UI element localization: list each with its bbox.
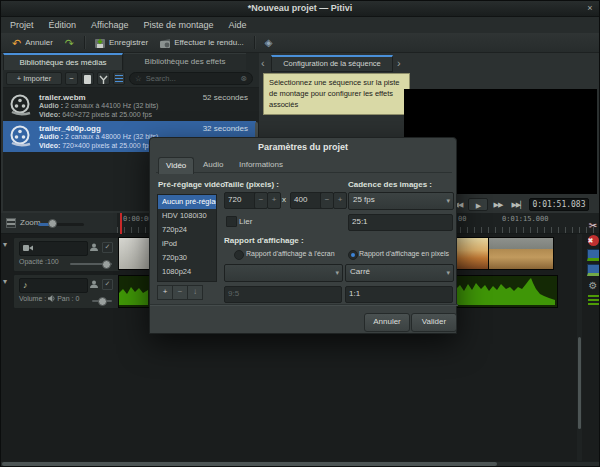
width-minus-button[interactable]: − [254, 192, 268, 209]
zoom-grid-icon [6, 218, 16, 228]
tab-media-library[interactable]: Bibliothèque des médias [3, 53, 123, 70]
align-clips-icon[interactable] [588, 295, 599, 306]
link-checkbox[interactable] [226, 216, 237, 227]
effects-tooltip: Sélectionnez une séquence sur la piste d… [263, 73, 410, 115]
redo-button[interactable]: ↷ [59, 36, 80, 50]
remove-clip-button[interactable]: − [65, 72, 78, 85]
menu-projet[interactable]: Projet [10, 20, 34, 30]
menu-edition[interactable]: Édition [49, 20, 77, 30]
preset-item[interactable]: 720p24 [158, 223, 216, 237]
preset-item[interactable]: HDV 1080i30 [158, 209, 216, 223]
prev-tab-icon[interactable]: ‹ [261, 57, 265, 69]
audio-clip[interactable] [455, 275, 558, 308]
document-icon [84, 75, 91, 84]
pitivi-window: *Nouveau projet — Pitivi × Projet Éditio… [0, 0, 600, 467]
clear-search-icon[interactable]: ⊗ [241, 74, 247, 83]
validate-button[interactable]: Valider [411, 313, 457, 332]
video-clip-thumbnail[interactable] [488, 237, 554, 270]
chevron-down-icon: ▾ [446, 265, 450, 281]
opacity-slider-thumb[interactable] [102, 260, 111, 269]
tab-audio[interactable]: Audio [196, 157, 230, 173]
video-track-expander-icon[interactable]: ▾ [3, 240, 7, 249]
ungroup-clips-icon[interactable] [587, 264, 600, 276]
preset-item[interactable]: iPod [158, 237, 216, 251]
pixel-aspect-dropdown[interactable]: Carré ▾ [345, 264, 454, 282]
framerate-ratio-field[interactable]: 25:1 [348, 214, 453, 231]
transport-controls: ◀◀ ▶ ▶▶ ▶▶▏ 0:01:51.083 [441, 196, 600, 213]
clip-audio-info: Audio : 2 canaux à 44100 Hz (32 bits) [39, 102, 158, 109]
title-bar[interactable]: *Nouveau projet — Pitivi [1, 1, 599, 17]
close-icon[interactable]: × [584, 2, 596, 14]
pixel-aspect-radio[interactable] [348, 250, 358, 260]
cancel-button[interactable]: Annuler [364, 313, 410, 332]
audio-track-name-field[interactable]: ♪ [19, 278, 88, 293]
media-row-trailer-webm[interactable]: trailer.webm 52 secondes Audio : 2 canau… [3, 90, 256, 121]
group-clips-icon[interactable] [587, 249, 600, 261]
align-settings-icon[interactable]: ⚙ [587, 279, 600, 292]
audio-track-header[interactable]: ♪ ✓ Volume : Pan : 0 [13, 274, 120, 309]
screen-aspect-dropdown[interactable]: ▾ [224, 264, 343, 282]
tab-informations[interactable]: Informations [232, 157, 290, 173]
width-field[interactable]: 720 [224, 192, 257, 209]
add-preset-button[interactable]: + [157, 285, 173, 300]
undo-button[interactable]: ↶ Annuler [6, 36, 59, 50]
height-minus-button[interactable]: − [320, 192, 334, 209]
tab-effect-library[interactable]: Bibliothèque des effets [124, 53, 246, 70]
height-plus-button[interactable]: + [333, 192, 347, 209]
main-toolbar: ↶ Annuler ↷ Enregistrer Effectuer le ren… [1, 33, 599, 53]
preset-item[interactable]: 1080p24 [158, 265, 216, 279]
render-button[interactable]: Effectuer le rendu... [154, 36, 250, 50]
screen-aspect-ratio-field[interactable]: 9:5 [224, 286, 342, 303]
fit-view-button[interactable]: ◈ [259, 35, 279, 50]
screen-aspect-radio[interactable] [234, 250, 244, 260]
tab-sequence-config[interactable]: Configuration de la séquence [271, 55, 393, 72]
delete-clip-icon[interactable]: ✖ [588, 235, 599, 246]
opacity-label: Opacité :100 [19, 258, 59, 265]
pan-slider-thumb[interactable] [98, 297, 107, 306]
pan-value: 0 [75, 295, 79, 302]
video-track-checkbox[interactable]: ✓ [102, 242, 113, 253]
playhead[interactable] [120, 213, 122, 234]
menu-affichage[interactable]: Affichage [91, 20, 128, 30]
pixel-aspect-label: Rapport d'affichage en pixels [359, 250, 449, 257]
minus-icon: − [69, 74, 73, 83]
zoom-slider-thumb[interactable] [48, 219, 57, 228]
save-preset-button[interactable]: ↓ [187, 285, 203, 300]
menu-aide[interactable]: Aide [228, 20, 246, 30]
go-to-end-button[interactable]: ▶▶▏ [509, 198, 527, 211]
width-plus-button[interactable]: + [267, 192, 281, 209]
search-input[interactable]: ☆ Search... ⊗ [129, 72, 253, 85]
menu-piste-de-montage[interactable]: Piste de montage [143, 20, 213, 30]
pixel-aspect-ratio-field[interactable]: 1:1 [345, 286, 453, 303]
timeline-zoom-bar: Zoom [1, 213, 117, 234]
clip-video-info: Video: 640×272 pixels at 25.000 fps [39, 111, 152, 118]
view-toggle-button[interactable] [113, 72, 125, 85]
times-label: x [282, 195, 286, 204]
insert-end-button[interactable] [97, 72, 110, 85]
audio-clip[interactable] [118, 275, 151, 308]
audio-track-expander-icon[interactable]: ▾ [3, 277, 7, 286]
next-tab-icon[interactable]: › [397, 57, 401, 69]
remove-preset-button[interactable]: − [172, 285, 188, 300]
play-button[interactable]: ▶ [468, 198, 488, 211]
clip-video-info: Video: 720×400 pixels at 25.000 fps [39, 142, 152, 149]
split-clip-icon[interactable]: ✂ [587, 219, 600, 232]
redo-icon: ↷ [65, 38, 74, 48]
video-clip-thumbnail[interactable] [455, 237, 489, 270]
preset-item[interactable]: 720p30 [158, 251, 216, 265]
vertical-scrollbar[interactable] [578, 337, 581, 429]
video-track-header[interactable]: ✓ Opacité :100 [13, 237, 120, 272]
horizontal-scrollbar[interactable] [2, 462, 497, 466]
fast-forward-button[interactable]: ▶▶ [490, 198, 506, 211]
height-field[interactable]: 400 [290, 192, 323, 209]
preset-item[interactable]: Aucun pré-réglage [158, 195, 216, 209]
clip-properties-button[interactable] [81, 72, 94, 85]
import-button[interactable]: + Importer [6, 72, 62, 85]
video-clip[interactable] [118, 237, 151, 270]
aspect-ratio-label: Rapport d'affichage : [224, 236, 304, 245]
audio-track-checkbox[interactable]: ✓ [102, 279, 113, 290]
save-button[interactable]: Enregistrer [89, 36, 154, 50]
tab-video[interactable]: Vidéo [158, 157, 194, 174]
video-track-name-field[interactable] [19, 241, 88, 256]
framerate-dropdown[interactable]: 25 fps ▾ [348, 192, 454, 210]
